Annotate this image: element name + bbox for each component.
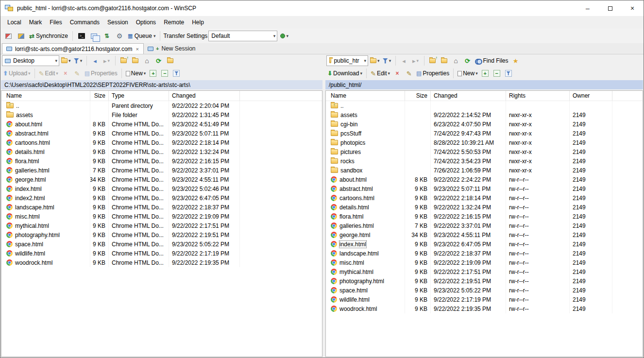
local-forward-button[interactable]: ▸▾ <box>102 55 112 66</box>
table-row[interactable]: about.html8 KBChrome HTML Do...9/23/2022… <box>1 119 322 129</box>
column-header-name[interactable]: Name <box>326 91 405 101</box>
column-header-owner[interactable]: Owner <box>570 91 612 101</box>
table-row[interactable]: george.html34 KBChrome HTML Do...9/23/20… <box>1 175 322 184</box>
table-row[interactable]: index.html9 KBChrome HTML Do...9/23/2022… <box>1 184 322 193</box>
table-row[interactable]: flora.html9 KB9/22/2022 2:16:15 PMrw-r--… <box>326 212 643 221</box>
table-row[interactable]: wildlife.html9 KB9/22/2022 2:17:19 PMrw-… <box>326 295 643 304</box>
column-header-changed[interactable]: Changed <box>169 91 240 101</box>
table-row[interactable]: photography.html9 KB9/22/2022 2:19:51 PM… <box>326 276 643 286</box>
remote-root-directory-button[interactable] <box>439 55 450 66</box>
column-header-name[interactable]: Name <box>1 91 90 101</box>
table-row[interactable]: mythical.html9 KB9/22/2022 2:17:51 PMrw-… <box>326 267 643 276</box>
column-header-rights[interactable]: Rights <box>506 91 570 101</box>
table-row[interactable]: index.html9 KB9/23/2022 6:47:05 PMrw-r--… <box>326 239 643 249</box>
remote-properties-button[interactable]: ▤ Properties <box>415 68 450 79</box>
workspace-button[interactable] <box>15 30 27 42</box>
local-root-directory-button[interactable] <box>130 55 141 66</box>
local-select-files-button[interactable]: + <box>148 68 158 79</box>
menu-options[interactable]: Options <box>132 17 160 28</box>
table-row[interactable]: about.html8 KB9/22/2022 2:24:22 PMrw-r--… <box>326 175 643 184</box>
local-home-directory-button[interactable]: ⌂ <box>142 55 153 66</box>
remote-parent-directory-button[interactable]: ↑ <box>427 55 438 66</box>
remote-directory-combobox[interactable]: public_htr ▾ <box>326 55 368 66</box>
table-row[interactable]: assetsFile folder9/22/2022 1:31:45 PM <box>1 110 322 119</box>
table-row[interactable]: galleries.html7 KBChrome HTML Do...9/22/… <box>1 166 322 175</box>
local-selection-filter-button[interactable] <box>171 68 182 79</box>
remote-unselect-files-button[interactable]: − <box>491 68 502 79</box>
remote-selection-filter-button[interactable] <box>503 68 514 79</box>
menu-files[interactable]: Files <box>46 17 66 28</box>
table-row[interactable]: space.html9 KB9/23/2022 5:05:22 PMrw-r--… <box>326 286 643 295</box>
preferences-button[interactable]: ⚙ <box>114 30 125 42</box>
close-tab-icon[interactable]: × <box>136 46 139 52</box>
remote-home-directory-button[interactable]: ⌂ <box>451 55 461 66</box>
local-rename-button[interactable]: ✎ <box>72 68 83 79</box>
remote-open-directory-button[interactable]: ▾ <box>369 55 381 66</box>
remote-filter-button[interactable]: ▾ <box>382 55 392 66</box>
local-refresh-button[interactable]: ⟳ <box>153 55 164 66</box>
upload-button[interactable]: ⬆ Upload ▾ <box>2 68 32 79</box>
remote-forward-button[interactable]: ▸▾ <box>410 55 421 66</box>
table-row[interactable]: galleries.html7 KB9/22/2022 3:37:01 PMrw… <box>326 221 643 230</box>
open-console-button[interactable]: >_ <box>76 30 87 42</box>
local-properties-button[interactable]: ▤ Properties <box>84 68 119 79</box>
table-row[interactable]: photography.html9 KBChrome HTML Do...9/2… <box>1 230 322 239</box>
table-row[interactable]: cgi-bin6/23/2022 4:07:50 PMrwxr-xr-x2149 <box>326 119 643 129</box>
table-row[interactable]: george.html34 KB9/23/2022 4:55:11 PMrw-r… <box>326 230 643 239</box>
remote-refresh-button[interactable]: ⟳ <box>462 55 473 66</box>
remote-select-files-button[interactable]: + <box>480 68 491 79</box>
transfer-settings-label[interactable]: Transfer Settings <box>163 33 207 39</box>
synchronize-button[interactable]: ⇄ Synchronize <box>28 30 69 42</box>
local-edit-button[interactable]: ✎ Edit ▾ <box>38 68 59 79</box>
new-session-tab[interactable]: + New Session <box>144 43 199 54</box>
remote-new-button[interactable]: New ▾ <box>457 68 479 79</box>
table-row[interactable]: photopics8/28/2022 10:39:21 AMrwxr-xr-x2… <box>326 138 643 147</box>
table-row[interactable]: landscape.html9 KB9/22/2022 2:18:37 PMrw… <box>326 249 643 258</box>
menu-help[interactable]: Help <box>188 17 208 28</box>
transfer-settings-combobox[interactable]: Default ▾ <box>208 31 277 41</box>
local-open-in-explorer-button[interactable] <box>165 55 176 66</box>
table-row[interactable]: flora.html9 KBChrome HTML Do...9/22/2022… <box>1 156 322 166</box>
queue-button[interactable]: ≣ Queue ▾ <box>126 30 157 42</box>
synchronize-browsing-button[interactable] <box>88 30 100 42</box>
table-row[interactable]: misc.html9 KBChrome HTML Do...9/22/2022 … <box>1 212 322 221</box>
table-row[interactable]: woodrock.html9 KB9/22/2022 2:19:35 PMrw-… <box>326 304 643 313</box>
table-row[interactable]: woodrock.html9 KBChrome HTML Do...9/22/2… <box>1 258 322 267</box>
background-transfers-button[interactable]: ⇅ <box>101 30 113 42</box>
new-session-dialog-button[interactable] <box>2 30 14 42</box>
download-button[interactable]: ⬇ Download ▾ <box>326 68 363 79</box>
local-drive-combobox[interactable]: Desktop ▾ <box>2 55 59 66</box>
table-row[interactable]: .. <box>326 101 643 110</box>
local-unselect-files-button[interactable]: − <box>159 68 170 79</box>
local-path-bar[interactable]: C:\Users\sacfo\Desktop\HTML2022\SEPT2022… <box>1 80 322 89</box>
table-row[interactable]: rocks7/24/2022 3:54:23 PMrwxr-xr-x2149 <box>326 156 643 166</box>
maximize-button[interactable] <box>599 0 621 16</box>
table-row[interactable]: details.html9 KB9/22/2022 1:32:24 PMrw-r… <box>326 203 643 212</box>
local-open-directory-button[interactable]: ▾ <box>60 55 72 66</box>
table-row[interactable]: cartoons.html9 KBChrome HTML Do...9/22/2… <box>1 138 322 147</box>
column-header-changed[interactable]: Changed <box>431 91 506 101</box>
remote-delete-button[interactable]: × <box>392 68 403 79</box>
local-back-button[interactable]: ◂ <box>90 55 101 66</box>
column-header-type[interactable]: Type <box>109 91 169 101</box>
table-row[interactable]: pcsStuff7/24/2022 9:47:43 PMrwxr-xr-x214… <box>326 129 643 138</box>
menu-local[interactable]: Local <box>3 17 25 28</box>
table-row[interactable]: abstract.html9 KBChrome HTML Do...9/23/2… <box>1 129 322 138</box>
remote-rename-button[interactable]: ✎ <box>404 68 414 79</box>
remote-path-bar[interactable]: /public_html/ <box>325 80 643 89</box>
table-row[interactable]: cartoons.html9 KB9/22/2022 2:18:14 PMrw-… <box>326 193 643 203</box>
table-row[interactable]: pictures7/24/2022 5:50:53 PMrwxr-xr-x214… <box>326 147 643 156</box>
remote-bookmark-button[interactable]: ★ <box>510 55 521 66</box>
table-row[interactable]: sandbox7/26/2022 1:06:59 PMrwxr-xr-x2149 <box>326 166 643 175</box>
column-header-size[interactable]: Size <box>405 91 431 101</box>
menu-remote[interactable]: Remote <box>160 17 188 28</box>
local-filter-button[interactable]: ▾ <box>73 55 84 66</box>
column-header-size[interactable]: Size <box>90 91 109 101</box>
minimize-button[interactable]: – <box>576 0 599 16</box>
local-delete-button[interactable]: × <box>60 68 71 79</box>
table-row[interactable]: index2.html9 KBChrome HTML Do...9/23/202… <box>1 193 322 203</box>
table-row[interactable]: landscape.html9 KBChrome HTML Do...9/22/… <box>1 203 322 212</box>
session-tab-active[interactable]: lorri@stc-arts.com@gator2116.hostgator.c… <box>2 43 144 54</box>
local-new-button[interactable]: New ▾ <box>125 68 147 79</box>
local-parent-directory-button[interactable]: ↑ <box>119 55 129 66</box>
